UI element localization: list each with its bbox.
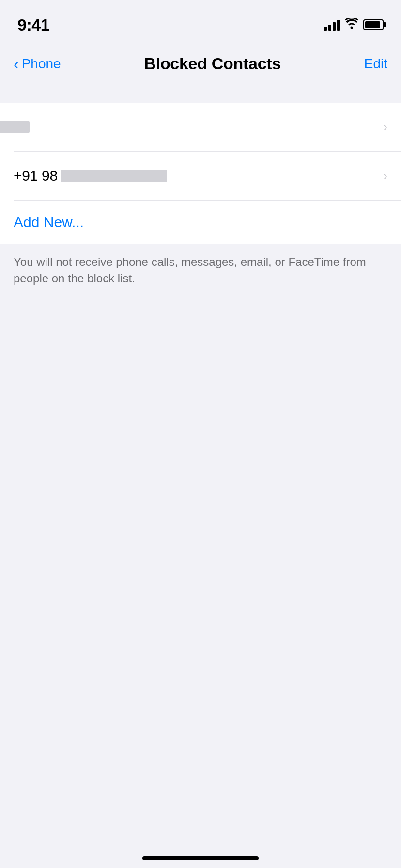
table-row[interactable]: +91 98 › [0, 152, 401, 200]
signal-icon [324, 19, 340, 31]
contact-list: 25 › Unblock +91 98 › Add New... [0, 103, 401, 244]
table-row: 25 › Unblock [0, 103, 401, 151]
contact-number-prefix: +91 98 [14, 168, 58, 184]
status-bar: 9:41 [0, 0, 401, 43]
status-icons [324, 18, 384, 31]
back-chevron-icon: ‹ [14, 56, 19, 72]
home-indicator [142, 856, 259, 860]
status-time: 9:41 [17, 16, 49, 34]
battery-icon [363, 19, 384, 30]
add-new-label: Add New... [14, 214, 84, 231]
section-gap [0, 85, 401, 103]
nav-bar: ‹ Phone Blocked Contacts Edit [0, 43, 401, 85]
contact-name-area: +91 98 [14, 168, 378, 184]
footer-note-text: You will not receive phone calls, messag… [14, 255, 366, 285]
chevron-right-icon: › [383, 120, 387, 135]
wifi-icon [345, 18, 358, 31]
contact-blurred-name [0, 121, 30, 133]
back-label: Phone [22, 56, 61, 72]
page-title: Blocked Contacts [144, 54, 281, 73]
contact-name-area: 25 [0, 119, 378, 135]
footer-note: You will not receive phone calls, messag… [0, 244, 401, 296]
contact-row-main[interactable]: 25 › [0, 103, 401, 151]
contact-row-inner: +91 98 › [14, 168, 387, 184]
swipe-row-content: 25 › Unblock [0, 103, 401, 151]
back-button[interactable]: ‹ Phone [14, 56, 61, 72]
chevron-right-icon: › [383, 169, 387, 184]
add-new-row[interactable]: Add New... [0, 201, 401, 244]
edit-button[interactable]: Edit [364, 56, 387, 72]
contact-blurred-name [61, 170, 167, 182]
